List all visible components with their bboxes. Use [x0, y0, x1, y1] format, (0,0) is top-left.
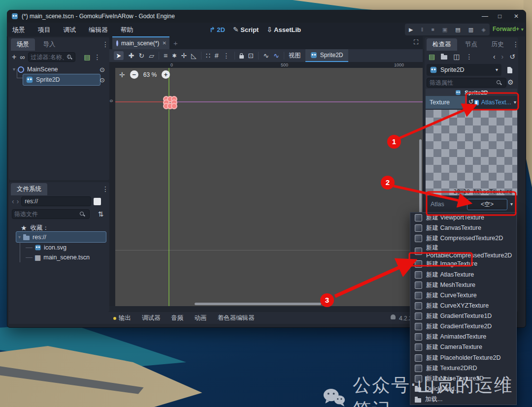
maximize-button[interactable]: □ [498, 13, 501, 19]
menu-project[interactable]: 项目 [33, 23, 56, 37]
move-tool-icon[interactable]: ✚ [129, 52, 134, 59]
expand-viewport-icon[interactable]: ⛶ [414, 38, 418, 46]
texture-value-dropdown[interactable]: AtlasText... ▾ [474, 97, 516, 108]
expand-caret-icon[interactable]: ▾ [13, 67, 15, 72]
menu-new-texture2drd[interactable]: 新建 Texture2DRD [410, 363, 516, 374]
tree-row-sprite2d[interactable]: Sprite2D [23, 74, 100, 86]
expand-caret-icon[interactable]: ▾ [18, 235, 21, 240]
scene-dock-menu-icon[interactable]: ⋮ [102, 40, 109, 48]
tree-row-mainscene[interactable]: ▾ MainScene [13, 64, 107, 75]
play-icon[interactable]: ▶ [409, 27, 413, 32]
context-tab-sprite2d[interactable]: Sprite2D [305, 49, 348, 62]
tab-node[interactable]: 节点 [459, 38, 483, 51]
notification-bell-icon[interactable] [391, 314, 396, 319]
save-resource-icon[interactable]: ◫ [453, 53, 460, 60]
menu-new-viewporttexture[interactable]: 新建 ViewportTexture [410, 213, 516, 223]
edit-history-icon[interactable]: ↺ [509, 53, 515, 60]
inspector-dock-menu-icon[interactable]: ⋮ [512, 40, 519, 48]
list-select-icon[interactable]: ≡ [164, 52, 167, 59]
mode-script-button[interactable]: ✎ Script [233, 26, 259, 33]
menu-scene[interactable]: 场景 [7, 23, 31, 37]
minimize-button[interactable]: — [482, 13, 488, 19]
menu-new-compressedtexture2d[interactable]: 新建 CompressedTexture2D [410, 233, 516, 244]
tab-scene[interactable]: 场景 [11, 38, 35, 51]
zoom-out-button[interactable]: − [130, 70, 138, 79]
fs-back-icon[interactable]: ‹ [12, 198, 14, 205]
zoom-in-button[interactable]: + [162, 70, 170, 79]
texture-property-label[interactable]: Texture [426, 96, 467, 109]
resource-options-icon[interactable]: ⋮ [466, 53, 472, 61]
history-forward-icon[interactable]: › [501, 53, 504, 60]
menu-new-gradienttexture1d[interactable]: 新建 GradientTexture1D [410, 311, 516, 321]
tab-close-icon[interactable]: ✕ [162, 41, 166, 46]
menu-new-atlastexture[interactable]: 新建 AtlasTexture [410, 270, 516, 280]
fs-row-mainscene[interactable]: ▦ main_scene.tscn [26, 252, 90, 263]
snap-options-icon[interactable]: ⋮ [223, 52, 230, 60]
movie-writer-icon[interactable]: ▤ [455, 27, 460, 32]
center-view-icon[interactable]: ✛ [119, 71, 125, 78]
visibility-eye-icon[interactable]: ⊙ [100, 76, 105, 84]
fs-path-field[interactable]: res:// [21, 196, 91, 206]
screenshot-icon[interactable]: ▥ [468, 27, 473, 32]
snap-icon[interactable]: ✱ [172, 53, 176, 59]
menu-new-cameratexture[interactable]: 新建 CameraTexture [410, 342, 516, 352]
skeleton-color-icon[interactable]: ∿ [273, 52, 279, 59]
atlas-dropdown-chevron-icon[interactable]: ▾ [510, 202, 513, 207]
close-button[interactable]: ✕ [514, 13, 519, 19]
mode-assetlib-button[interactable]: ⇩ AssetLib [266, 26, 301, 33]
smart-snap-icon[interactable]: ∷ [206, 52, 210, 59]
menu-new-animatedtexture[interactable]: 新建 AnimatedTexture [410, 332, 516, 342]
fs-sort-icon[interactable]: ⇅ [98, 211, 104, 218]
tab-filesystem[interactable]: 文件系统 [11, 183, 47, 195]
menu-new-curvexyztexture[interactable]: 新建 CurveXYZTexture [410, 301, 516, 311]
fs-filter-input[interactable] [12, 209, 90, 219]
horizontal-scrollbar[interactable] [195, 303, 321, 305]
tab-inspector[interactable]: 检查器 [427, 38, 457, 51]
renderer-selector[interactable]: Forward+ ▾ [493, 26, 524, 32]
tab-import[interactable]: 导入 [37, 38, 61, 51]
bottom-tab-animation[interactable]: 动画 [195, 314, 207, 322]
add-node-icon[interactable]: + [12, 53, 16, 61]
filesystem-dock-menu-icon[interactable]: ⋮ [102, 185, 109, 193]
load-resource-folder-icon[interactable] [441, 55, 447, 60]
bottom-tab-output[interactable]: 输出 [113, 314, 131, 322]
menu-new-portablecompressedtexture2d[interactable]: 新建 PortableCompressedTexture2D [410, 244, 516, 259]
inspector-filter-input[interactable] [427, 78, 506, 88]
menu-new-imagetexture[interactable]: 新建 ImageTexture [410, 259, 516, 269]
fs-row-root[interactable]: ▾ res:// [16, 231, 106, 243]
bottom-tab-audio[interactable]: 音频 [171, 314, 184, 322]
rotate-tool-icon[interactable]: ↻ [138, 52, 144, 59]
grid-snap-icon[interactable]: # [215, 52, 219, 59]
profiler-icon[interactable]: ◈ [481, 27, 485, 32]
stop-icon[interactable]: ■ [431, 27, 434, 32]
menu-help[interactable]: 帮助 [115, 23, 139, 37]
menu-new-gradienttexture2d[interactable]: 新建 GradientTexture2D [410, 321, 516, 332]
ruler-tool-icon[interactable]: ◺ [191, 52, 197, 59]
property-tune-icon[interactable]: ⚙ [507, 79, 514, 86]
remote-debug-icon[interactable]: ▣ [442, 27, 447, 32]
group-icon[interactable]: ⊡ [248, 52, 254, 59]
pause-icon[interactable]: ‖ [421, 27, 424, 32]
visibility-eye-icon[interactable]: ⊙ [100, 66, 105, 73]
view-menu[interactable]: 视图 [289, 52, 301, 60]
lock-icon[interactable] [239, 55, 244, 59]
bottom-tab-debugger[interactable]: 调试器 [142, 314, 161, 322]
new-resource-icon[interactable]: ▤ [429, 53, 435, 60]
fs-forward-icon[interactable]: › [17, 198, 19, 205]
menu-editor[interactable]: 编辑器 [83, 23, 113, 37]
new-tab-icon[interactable]: + [173, 39, 178, 47]
skeleton-icon[interactable]: ∿ [263, 52, 269, 59]
menu-new-curvetexture[interactable]: 新建 CurveTexture [410, 290, 516, 301]
node-selector[interactable]: Sprite2D ▾ [427, 64, 501, 76]
pan-tool-icon[interactable]: ✛ [181, 52, 187, 59]
history-back-icon[interactable]: ‹ [493, 53, 496, 60]
attach-script-icon[interactable]: ▤ [84, 54, 90, 61]
instance-scene-icon[interactable]: ∞ [20, 54, 25, 61]
bottom-tab-shader[interactable]: 着色器编辑器 [218, 314, 255, 322]
menu-new-canvastexture[interactable]: 新建 CanvasTexture [410, 223, 516, 233]
atlas-value-button[interactable]: <空> [467, 199, 507, 210]
zoom-level[interactable]: 63 % [143, 71, 157, 78]
open-docs-icon[interactable] [507, 67, 512, 73]
select-tool-icon[interactable]: ➤ [114, 51, 124, 60]
scene-tab-active[interactable]: main_scene(*) ✕ [112, 36, 169, 49]
